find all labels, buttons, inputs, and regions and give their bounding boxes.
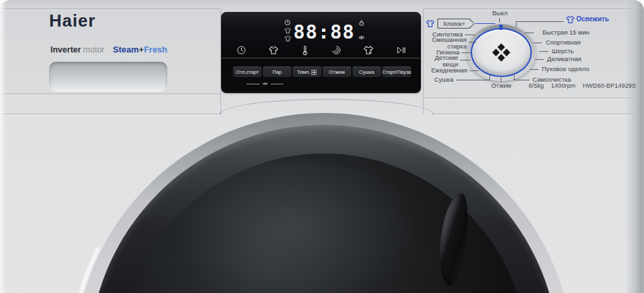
brand-logo: Haier — [49, 11, 96, 31]
spin-button[interactable]: Отжим — [323, 66, 351, 77]
panel-seam-top-left — [0, 9, 220, 9]
line-mixed — [469, 42, 476, 43]
machine-left-edge — [0, 0, 6, 293]
line-selfclean — [514, 80, 530, 80]
start-pause-button[interactable]: Старт/Пауза — [382, 66, 411, 77]
body-seam-right — [433, 114, 644, 114]
line-kids — [460, 60, 471, 60]
temp-grid-icon — [311, 70, 317, 75]
program-label-duvet: Пуховое одеяло — [542, 66, 590, 72]
combo-eye-icon — [262, 81, 269, 86]
inverter-text: Inverter — [50, 45, 81, 54]
body-seam-left — [0, 114, 220, 114]
dry-button-label: Сушка — [359, 69, 374, 75]
line-sport — [533, 43, 542, 43]
steam-button[interactable]: Пар — [263, 66, 291, 77]
button-row: Отл.старт Пар Темп. Отжим Сушка Старт/Па… — [233, 66, 411, 77]
panel-divider — [222, 58, 420, 58]
line-duvet — [530, 69, 538, 70]
plus-text: + — [139, 45, 144, 54]
cotton-shirt-icon — [426, 19, 435, 28]
delay-start-button[interactable]: Отл.старт — [233, 66, 262, 77]
program-label-wool: Шерсть — [552, 48, 574, 54]
delay-start-button-label: Отл.старт — [236, 69, 258, 75]
delay-clock-icon — [284, 19, 291, 26]
machine-front: Haier Inverter motor Steam+Fresh 88:88 О… — [0, 0, 644, 293]
dry-icon — [363, 45, 374, 56]
line-hygiene — [461, 52, 471, 53]
play-pause-icon — [396, 45, 406, 56]
refresh-line — [516, 21, 564, 22]
line-dry — [456, 80, 490, 80]
steam-text: Steam — [113, 45, 139, 54]
dial-pointer — [499, 25, 503, 30]
refresh-shirt-icon — [566, 15, 575, 24]
program-label-delicate: Деликатная — [547, 56, 582, 62]
panel-seam-bottom-left — [0, 94, 220, 94]
program-label-sport: Спортивная — [546, 39, 581, 46]
combo-dash-right — [271, 84, 284, 84]
program-cotton-label: Хлопок+ — [438, 19, 474, 28]
tick-selfclean — [514, 75, 515, 80]
refresh-tick — [516, 21, 517, 27]
child-lock-icon — [358, 19, 365, 27]
spin-icon — [331, 45, 341, 56]
spin-button-label: Отжим — [329, 69, 345, 75]
display-right-icons — [358, 19, 365, 41]
line-quick15 — [524, 33, 534, 33]
dial-center-diamonds-icon — [493, 45, 509, 60]
washing-machine-photo: Haier Inverter motor Steam+Fresh 88:88 О… — [0, 0, 644, 293]
line-synthetics — [465, 35, 475, 35]
delay-start-icon — [236, 45, 246, 56]
temperature-icon — [301, 45, 309, 56]
capacity-text: 8/5kg — [528, 82, 544, 89]
motor-text: motor — [81, 45, 104, 54]
wash-shirt-icon — [284, 27, 291, 34]
line-daily — [469, 70, 479, 71]
time-display: 88:88 — [292, 21, 356, 43]
line-wool — [539, 51, 548, 52]
child-lock-combo-hint — [246, 81, 283, 86]
machine-right-edge — [625, 0, 644, 293]
steam-fresh-label: Steam+Fresh — [113, 45, 167, 54]
model-number-text: HWD80-BP14929S — [583, 82, 636, 89]
steam-button-label: Пар — [273, 69, 282, 75]
panel-seam-top-right — [424, 9, 633, 9]
steam-shirt-icon — [284, 35, 291, 42]
program-label-quick15: Быстрая 15 мин — [542, 29, 590, 36]
eye-icon — [358, 35, 365, 41]
model-info: 8/5kg 1400rpm HWD80-BP14929S — [458, 82, 636, 89]
function-icon-row — [236, 45, 406, 56]
program-cotton-box: Хлопок+ — [438, 19, 475, 29]
temperature-button[interactable]: Темп. — [293, 66, 321, 77]
program-refresh-label: Освежить — [576, 16, 609, 23]
program-off-label: Выкл — [485, 10, 515, 17]
steam-function-icon — [268, 45, 279, 56]
start-pause-button-label: Старт/Пауза — [382, 69, 411, 75]
spin-speed-text: 1400rpm — [551, 82, 576, 89]
program-label-dry: Сушка — [434, 76, 453, 83]
temperature-button-label: Темп. — [297, 69, 311, 75]
detergent-drawer-handle[interactable] — [49, 62, 167, 91]
spin-tick — [501, 78, 501, 82]
inverter-motor-label: Inverter motor — [50, 45, 104, 54]
tick-dry — [489, 75, 490, 80]
fresh-text: Fresh — [144, 45, 167, 54]
combo-dash-left — [246, 84, 260, 84]
program-label-daily: Ежедневная — [431, 67, 467, 74]
off-tick — [499, 18, 500, 23]
display-left-icons — [284, 19, 291, 42]
line-delicate — [535, 59, 544, 60]
dry-button[interactable]: Сушка — [353, 66, 381, 77]
panel-seam-bottom-right — [423, 98, 634, 98]
cotton-line — [475, 23, 495, 24]
